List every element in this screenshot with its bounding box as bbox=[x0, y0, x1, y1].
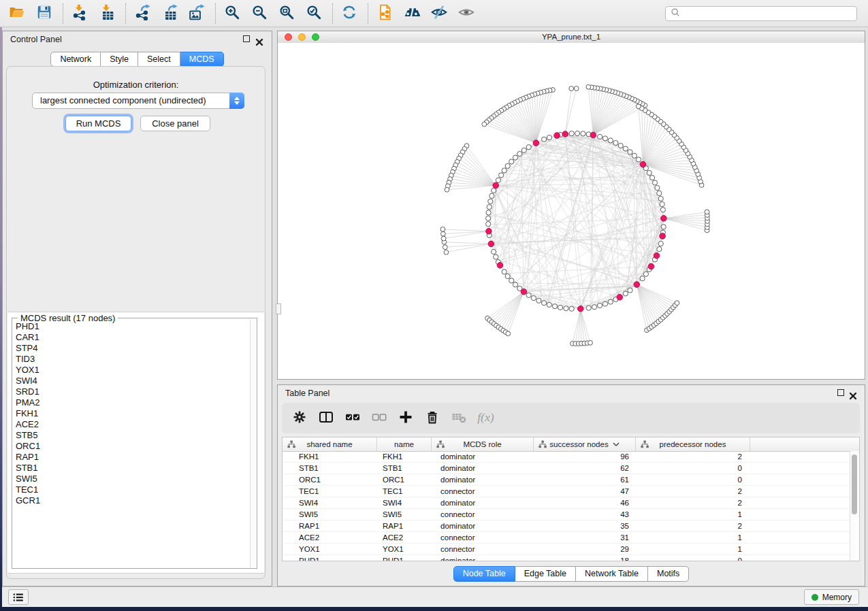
mcds-node-item[interactable]: STB1 bbox=[16, 463, 247, 474]
deselect-all-button[interactable] bbox=[370, 408, 389, 429]
table-row[interactable]: YOX1YOX1connector291 bbox=[283, 544, 850, 555]
network-document-button[interactable] bbox=[376, 4, 393, 23]
refresh-button[interactable] bbox=[340, 4, 358, 23]
tab-network[interactable]: Network bbox=[50, 52, 101, 67]
column-header-predecessor-nodes[interactable]: predecessor nodes bbox=[636, 437, 750, 451]
zoom-out-button[interactable] bbox=[251, 4, 268, 23]
mcds-node-item[interactable]: RAP1 bbox=[16, 452, 247, 463]
table-row[interactable]: RAP1RAP1dominator352 bbox=[283, 521, 850, 532]
control-panel-titlebar: Control Panel bbox=[3, 31, 272, 48]
delete-table-icon bbox=[451, 410, 466, 427]
table-row[interactable]: SWI5SWI5connector431 bbox=[283, 509, 850, 521]
table-row[interactable]: STB1STB1dominator620 bbox=[283, 463, 850, 474]
cell-name: PHD1 bbox=[377, 555, 432, 561]
mcds-node-item[interactable]: ACE2 bbox=[16, 419, 247, 430]
task-history-button[interactable] bbox=[8, 589, 29, 605]
tab-mcds[interactable]: MCDS bbox=[180, 52, 224, 67]
mcds-node-item[interactable]: TID3 bbox=[16, 354, 247, 365]
optimization-criterion-select[interactable]: largest connected component (undirected) bbox=[32, 93, 244, 109]
mcds-node-item[interactable]: YOX1 bbox=[16, 365, 247, 376]
import-network-button[interactable] bbox=[71, 4, 89, 23]
cell-shared_name: SWI4 bbox=[283, 497, 377, 508]
column-label: MCDS role bbox=[463, 440, 501, 448]
table-row[interactable]: TEC1TEC1connector472 bbox=[283, 486, 850, 497]
cell-successor_nodes: 35 bbox=[534, 521, 636, 531]
column-header-successor-nodes[interactable]: successor nodes bbox=[534, 437, 636, 451]
table-row[interactable]: SWI4SWI4dominator462 bbox=[283, 497, 850, 509]
hide-selected-button[interactable] bbox=[430, 4, 448, 23]
list-scrollbar[interactable] bbox=[250, 319, 257, 567]
table-row[interactable]: PHD1PHD1dominator180 bbox=[283, 555, 850, 561]
close-panel-icon[interactable] bbox=[255, 35, 263, 44]
tab-motifs[interactable]: Motifs bbox=[648, 566, 689, 582]
network-canvas[interactable] bbox=[278, 43, 865, 379]
column-header-name[interactable]: name bbox=[377, 437, 432, 451]
tab-network-table[interactable]: Network Table bbox=[576, 566, 648, 582]
float-panel-icon[interactable] bbox=[243, 35, 250, 42]
network-window: YPA_prune.txt_1 bbox=[277, 31, 865, 380]
column-header-shared-name[interactable]: shared name bbox=[283, 437, 377, 451]
mcds-node-item[interactable]: FKH1 bbox=[16, 408, 247, 419]
export-table-button[interactable] bbox=[161, 4, 178, 23]
save-button[interactable] bbox=[35, 4, 53, 23]
network-titlebar[interactable]: YPA_prune.txt_1 bbox=[278, 31, 865, 44]
list-icon bbox=[12, 591, 25, 604]
select-all-button[interactable] bbox=[343, 408, 362, 429]
tab-select[interactable]: Select bbox=[138, 52, 180, 67]
table-scrollbar[interactable] bbox=[850, 451, 859, 561]
mcds-node-item[interactable]: SWI5 bbox=[16, 474, 247, 484]
table-row[interactable]: ACE2ACE2connector311 bbox=[283, 532, 850, 544]
cell-mcds_role: dominator bbox=[432, 521, 534, 531]
memory-button[interactable]: Memory bbox=[804, 589, 859, 605]
close-table-panel-icon[interactable] bbox=[849, 389, 857, 397]
mcds-node-item[interactable]: SWI4 bbox=[16, 376, 247, 386]
table-row[interactable]: FKH1FKH1dominator962 bbox=[283, 451, 850, 463]
mcds-node-item[interactable]: CAR1 bbox=[16, 332, 247, 343]
memory-status-dot bbox=[811, 594, 818, 601]
mcds-node-item[interactable]: PHD1 bbox=[16, 321, 247, 332]
close-panel-button[interactable]: Close panel bbox=[140, 116, 210, 131]
tab-style[interactable]: Style bbox=[101, 52, 138, 67]
find-button[interactable] bbox=[403, 4, 421, 23]
mcds-node-item[interactable]: GCR1 bbox=[16, 495, 247, 506]
mcds-results-area: MCDS result (17 nodes) PHD1CAR1STP4TID3Y… bbox=[7, 312, 264, 574]
zoom-out-icon bbox=[251, 4, 268, 22]
delete-row-icon bbox=[425, 410, 440, 427]
show-all-button[interactable] bbox=[457, 4, 475, 23]
mcds-node-item[interactable]: STB5 bbox=[16, 430, 247, 441]
zoom-in-button[interactable] bbox=[223, 4, 241, 23]
mcds-node-item[interactable]: STP4 bbox=[16, 343, 247, 354]
cell-shared_name: PHD1 bbox=[283, 555, 377, 561]
float-table-panel-icon[interactable] bbox=[837, 389, 844, 396]
attribute-type-icon bbox=[641, 440, 649, 450]
cell-successor_nodes: 18 bbox=[534, 555, 636, 561]
open-button[interactable] bbox=[8, 4, 26, 23]
tab-edge-table[interactable]: Edge Table bbox=[515, 566, 576, 582]
export-image-button[interactable] bbox=[188, 4, 206, 23]
mcds-node-item[interactable]: PMA2 bbox=[16, 397, 247, 408]
splitter-handle[interactable] bbox=[276, 303, 281, 314]
delete-row-button[interactable] bbox=[423, 408, 442, 429]
tab-node-table[interactable]: Node Table bbox=[453, 566, 515, 582]
export-network-button[interactable] bbox=[133, 4, 151, 23]
desktop-area: Control Panel NetworkStyleSelectMCDS Opt… bbox=[2, 27, 868, 587]
run-mcds-button[interactable]: Run MCDS bbox=[65, 116, 131, 131]
control-panel: Control Panel NetworkStyleSelectMCDS Opt… bbox=[2, 31, 272, 587]
mcds-node-item[interactable]: ORC1 bbox=[16, 441, 247, 452]
zoom-selected-button[interactable] bbox=[305, 4, 323, 23]
function-builder-button: f(x) bbox=[476, 408, 495, 429]
settings-button[interactable] bbox=[290, 408, 309, 429]
table-row[interactable]: ORC1ORC1dominator610 bbox=[283, 474, 850, 486]
mcds-node-item[interactable]: SRD1 bbox=[16, 386, 247, 397]
zoom-fit-button[interactable] bbox=[278, 4, 295, 23]
column-header-MCDS-role[interactable]: MCDS role bbox=[432, 437, 534, 451]
search-box[interactable] bbox=[665, 6, 857, 21]
search-input[interactable] bbox=[684, 7, 856, 20]
columns-button[interactable] bbox=[317, 408, 336, 429]
mcds-result-list[interactable]: PHD1CAR1STP4TID3YOX1SWI4SRD1PMA2FKH1ACE2… bbox=[16, 321, 247, 567]
import-table-button[interactable] bbox=[98, 4, 116, 23]
cell-shared_name: FKH1 bbox=[283, 451, 377, 462]
mcds-node-item[interactable]: TEC1 bbox=[16, 484, 247, 495]
add-row-button[interactable] bbox=[396, 408, 415, 429]
scrollbar-thumb[interactable] bbox=[852, 455, 857, 514]
